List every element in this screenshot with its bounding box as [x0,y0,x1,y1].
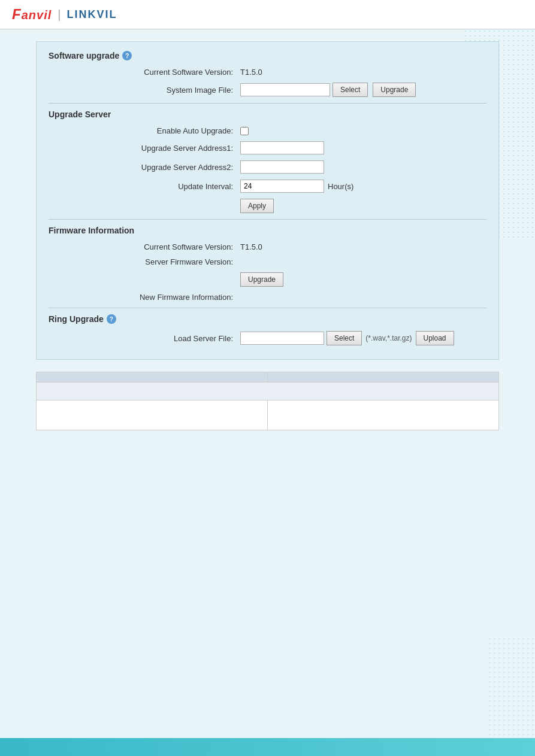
logo-fanvil: Fanvil [12,6,52,23]
update-interval-label: Update Interval: [120,182,240,191]
ring-upgrade-title: Ring Upgrade [49,314,104,324]
update-interval-unit: Hour(s) [328,182,353,191]
server-firmware-label: Server Firmware Version: [120,257,240,266]
new-firmware-label: New Firmware Information: [120,293,240,302]
upgrade-server-divider [49,219,486,220]
current-version-label: Current Software Version: [120,68,240,77]
bottom-table [36,372,499,430]
fw-current-version-row: Current Software Version: T1.5.0 [49,242,486,251]
table-cell-2a [37,400,268,430]
update-interval-input[interactable] [240,180,324,193]
load-server-label: Load Server File: [120,334,240,343]
file-hint: (*.wav,*.tar.gz) [365,334,412,342]
firmware-divider [49,308,486,308]
load-server-row: Load Server File: Select (*.wav,*.tar.gz… [49,331,486,345]
logo-divider: | [58,8,61,22]
bottom-table-container [36,372,499,430]
system-image-label: System Image File: [120,86,240,95]
update-interval-row: Update Interval: Hour(s) [49,180,486,193]
upgrade-server-header: Upgrade Server [49,110,486,119]
server-address2-row: Upgrade Server Address2: [49,160,486,174]
upgrade-server-title: Upgrade Server [49,110,111,119]
table-col1-header [37,372,268,382]
server-address2-input[interactable] [240,160,324,174]
table-col2-header [268,372,499,382]
fw-current-version-value: T1.5.0 [240,242,262,251]
new-firmware-row: New Firmware Information: [49,293,486,302]
current-version-value: T1.5.0 [240,68,262,77]
firmware-info-title: Firmware Information [49,226,134,235]
ring-select-button[interactable]: Select [327,331,362,345]
server-address1-input[interactable] [240,141,324,154]
apply-button[interactable]: Apply [240,199,274,213]
table-header-row [37,372,499,382]
table-row-1 [37,382,499,400]
main-content: manualsarchive.com Software upgrade ? Cu… [0,29,535,454]
load-server-input[interactable] [240,332,324,345]
software-upgrade-title: Software upgrade [49,51,119,60]
fw-upgrade-row: Upgrade [49,272,486,287]
fw-upgrade-button[interactable]: Upgrade [240,272,283,287]
ring-upload-button[interactable]: Upload [416,331,454,345]
server-address2-label: Upgrade Server Address2: [120,163,240,172]
software-upgrade-help-icon[interactable]: ? [122,51,132,60]
auto-upgrade-row: Enable Auto Upgrade: [49,126,486,135]
logo-linkvil: LINKVIL [67,8,117,21]
software-upgrade-header: Software upgrade ? [49,51,486,60]
server-address1-label: Upgrade Server Address1: [120,144,240,153]
apply-row: Apply [49,199,486,213]
software-upgrade-divider [49,103,486,104]
table-cell-2b [268,400,499,430]
current-version-row: Current Software Version: T1.5.0 [49,68,486,77]
fw-current-version-label: Current Software Version: [120,242,240,251]
software-upgrade-panel: Software upgrade ? Current Software Vers… [36,41,499,360]
server-address1-row: Upgrade Server Address1: [49,141,486,154]
table-row-2 [37,400,499,430]
ring-upgrade-help-icon[interactable]: ? [107,314,116,324]
system-image-select-button[interactable]: Select [333,83,368,97]
system-image-upgrade-button[interactable]: Upgrade [373,83,416,97]
auto-upgrade-checkbox[interactable] [240,127,249,135]
system-image-input[interactable] [240,83,330,96]
auto-upgrade-label: Enable Auto Upgrade: [120,126,240,135]
system-image-row: System Image File: Select Upgrade [49,83,486,97]
header: Fanvil | LINKVIL [0,0,535,29]
footer-bar [0,738,535,756]
table-cell-1 [37,382,499,400]
server-firmware-row: Server Firmware Version: [49,257,486,266]
firmware-info-header: Firmware Information [49,226,486,235]
ring-upgrade-header: Ring Upgrade ? [49,314,486,324]
